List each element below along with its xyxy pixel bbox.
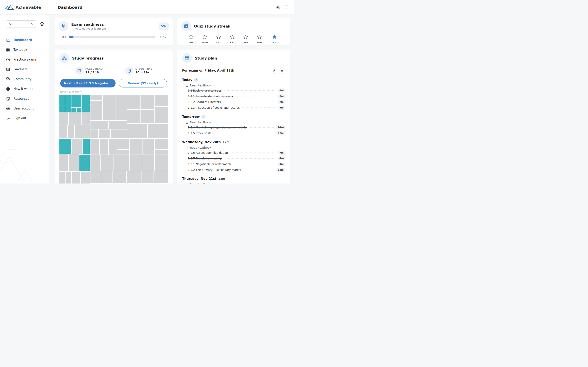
treemap-cell[interactable] bbox=[90, 171, 102, 183]
layers-button[interactable] bbox=[40, 22, 44, 26]
treemap-cell[interactable] bbox=[99, 129, 110, 138]
treemap-cell[interactable] bbox=[155, 95, 168, 106]
treemap-cell[interactable] bbox=[81, 172, 90, 184]
treemap-cell[interactable] bbox=[60, 172, 65, 184]
treemap-cell[interactable] bbox=[112, 171, 126, 183]
plan-item[interactable]: 1.2.2 Board of Directors 7m bbox=[182, 99, 285, 105]
plan-item[interactable]: 1.3.2 The primary & secondary market 13m bbox=[182, 167, 285, 173]
treemap-cell[interactable] bbox=[142, 155, 154, 171]
treemap-cell[interactable] bbox=[101, 155, 113, 171]
plan-item[interactable]: 1.2.7 Transfer ownership 4m bbox=[182, 156, 285, 161]
treemap-cell[interactable] bbox=[82, 112, 90, 125]
plan-item[interactable]: 1.1 Basic characteristics 8m bbox=[182, 88, 285, 93]
treemap-cell[interactable] bbox=[154, 171, 168, 183]
treemap-cell[interactable] bbox=[100, 139, 108, 155]
treemap-cell[interactable] bbox=[90, 121, 108, 129]
sidebar-item-dashboard[interactable]: Dashboard bbox=[0, 35, 49, 45]
treemap-cell[interactable] bbox=[71, 108, 76, 112]
treemap-cell[interactable] bbox=[117, 139, 130, 149]
plan-item[interactable]: 1.2.5 Stock splits 12m bbox=[182, 130, 285, 136]
plan-item[interactable]: 1.3.1 Negotiable or redeemable 4m bbox=[182, 161, 285, 167]
treemap-cell[interactable] bbox=[114, 155, 130, 171]
sidebar-item-feedback[interactable]: Feedback bbox=[0, 64, 49, 74]
plan-item[interactable]: 1.2.3 Inspection of books and records 3m bbox=[182, 105, 285, 110]
treemap-cell[interactable] bbox=[83, 139, 90, 154]
streak-day-today: TODAY bbox=[270, 34, 279, 44]
plan-item-text: 1.2.5 Stock splits bbox=[188, 132, 212, 135]
plan-item[interactable]: 1.2.4 Maintaining proportionate ownershi… bbox=[182, 125, 285, 130]
treemap-cell[interactable] bbox=[60, 125, 67, 138]
fullscreen-button[interactable] bbox=[284, 5, 289, 9]
treemap-cell[interactable] bbox=[60, 112, 68, 125]
main-content: Exam readiness Time to get your learn on… bbox=[49, 15, 294, 184]
treemap-cell[interactable] bbox=[69, 154, 79, 171]
treemap-cell[interactable] bbox=[141, 110, 154, 123]
treemap-cell[interactable] bbox=[155, 150, 168, 155]
dark-mode-toggle-button[interactable] bbox=[276, 5, 281, 10]
treemap-cell[interactable] bbox=[71, 95, 81, 107]
treemap-cell[interactable] bbox=[72, 139, 82, 154]
review-button[interactable]: Review (57 ready) bbox=[119, 79, 167, 87]
treemap-cell[interactable] bbox=[117, 150, 130, 155]
treemap-cell[interactable] bbox=[90, 95, 102, 100]
sidebar-item-user-account[interactable]: User account bbox=[0, 104, 49, 113]
sidebar-item-resources[interactable]: Resources bbox=[0, 94, 49, 104]
app-logo[interactable]: Achievable bbox=[0, 0, 49, 15]
treemap-cell[interactable] bbox=[109, 139, 117, 155]
sidebar-item-practice-exams[interactable]: Practice exams bbox=[0, 55, 49, 64]
treemap-cell[interactable] bbox=[82, 95, 90, 104]
treemap-cell[interactable] bbox=[90, 139, 99, 155]
sidebar-item-community[interactable]: Community bbox=[0, 74, 49, 84]
plan-item[interactable]: 1.2.1 Pro-rata share of dividends 9m bbox=[182, 93, 285, 99]
treemap-cell[interactable] bbox=[90, 155, 100, 171]
treemap-cell[interactable] bbox=[116, 95, 127, 120]
chevron-down-icon bbox=[28, 22, 36, 26]
treemap-cell[interactable] bbox=[60, 154, 68, 171]
treemap-cell[interactable] bbox=[66, 172, 71, 184]
treemap-cell[interactable] bbox=[141, 171, 154, 183]
next-read-button[interactable]: Next → Read 1.3.1 Negotiable or… bbox=[60, 79, 116, 87]
treemap-cell[interactable] bbox=[127, 124, 147, 138]
treemap-cell[interactable] bbox=[90, 101, 102, 120]
treemap-cell[interactable] bbox=[109, 121, 127, 129]
download-plan-button[interactable] bbox=[279, 67, 285, 74]
plan-item-text: 1.3.2 The primary & secondary market bbox=[188, 168, 241, 171]
treemap-cell[interactable] bbox=[79, 155, 90, 171]
treemap-cell[interactable] bbox=[127, 95, 140, 109]
swap-plan-button[interactable] bbox=[271, 67, 277, 74]
plan-item[interactable]: 1.2.6 Assets upon liquidation 7m bbox=[182, 150, 285, 156]
treemap-cell[interactable] bbox=[130, 155, 142, 171]
lifebuoy-icon bbox=[6, 87, 10, 91]
treemap-cell[interactable] bbox=[103, 95, 116, 120]
sidebar-item-textbook[interactable]: Textbook bbox=[0, 45, 49, 55]
treemap-cell[interactable] bbox=[148, 124, 168, 138]
treemap-cell[interactable] bbox=[102, 171, 112, 183]
plan-item-time-badge: 9m bbox=[278, 94, 285, 98]
treemap-cell[interactable] bbox=[60, 105, 65, 112]
treemap-cell[interactable] bbox=[155, 139, 168, 149]
treemap-cell[interactable] bbox=[75, 125, 90, 138]
treemap-cell[interactable] bbox=[69, 112, 81, 125]
treemap-cell[interactable] bbox=[72, 172, 80, 184]
treemap-cell[interactable] bbox=[155, 107, 168, 123]
treemap-cell[interactable] bbox=[60, 95, 65, 105]
sidebar-item-sign-out[interactable]: Sign out bbox=[0, 113, 49, 123]
treemap-cell[interactable] bbox=[111, 129, 127, 138]
treemap-cell[interactable] bbox=[82, 104, 90, 112]
treemap-cell[interactable] bbox=[143, 139, 154, 155]
study-stats-row: PAGES READ 11 / 148 STUDY TIME 10m 19s bbox=[60, 67, 168, 75]
treemap-cell[interactable] bbox=[155, 155, 168, 171]
study-progress-treemap[interactable] bbox=[60, 95, 168, 184]
course-select[interactable]: SIE bbox=[6, 20, 36, 28]
treemap-cell[interactable] bbox=[65, 95, 71, 112]
treemap-cell[interactable] bbox=[60, 139, 71, 154]
treemap-cell[interactable] bbox=[130, 139, 143, 155]
treemap-cell[interactable] bbox=[127, 110, 140, 123]
treemap-cell[interactable] bbox=[141, 95, 154, 109]
sidebar-item-how-it-works[interactable]: How it works bbox=[0, 84, 49, 94]
treemap-cell[interactable] bbox=[77, 108, 81, 112]
streak-day-label: SUN bbox=[257, 41, 262, 44]
treemap-cell[interactable] bbox=[68, 125, 74, 138]
treemap-cell[interactable] bbox=[90, 129, 98, 138]
treemap-cell[interactable] bbox=[127, 171, 141, 183]
